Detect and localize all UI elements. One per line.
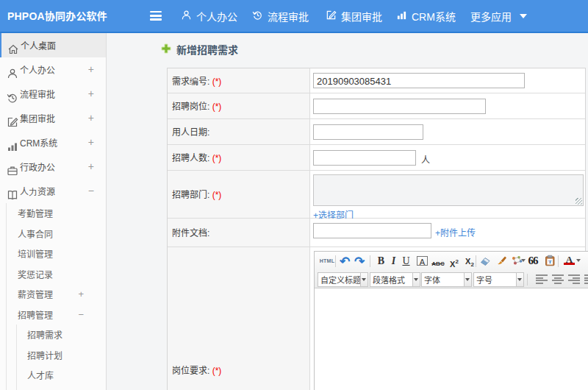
expand-plus-icon[interactable]: + [88, 155, 94, 179]
rich-text-editor: HTML ↶ ↷ B I U A ABC X2 X2 66 [314, 251, 588, 390]
app-logo: PHPOA协同办公软件 [7, 0, 107, 32]
paste-text-icon[interactable]: T [544, 255, 556, 267]
sidebar-item-admin-office[interactable]: 行政办公 + [0, 155, 106, 179]
sidebar-item-label: 招聘管理 [18, 305, 53, 325]
attachment-upload-link[interactable]: +附件上传 [435, 226, 476, 238]
sidebar-item-recruit-plan[interactable]: 招聘计划 [0, 345, 106, 366]
app-header: PHPOA协同办公软件 个人办公 流程审批 集团审批 CRM系统 更多应用 [0, 0, 588, 33]
strikethrough-button[interactable]: ABC [431, 257, 445, 269]
sidebar-item-salary[interactable]: 薪资管理 + [0, 284, 106, 305]
field-label: 招聘岗位: [172, 99, 209, 112]
redo-button[interactable]: ↷ [353, 255, 366, 267]
demand-code-input[interactable] [313, 73, 525, 88]
sidebar-item-rewards[interactable]: 奖惩记录 [0, 264, 106, 285]
sidebar-item-hr[interactable]: 人力资源 − [0, 179, 106, 203]
caret-down-icon[interactable] [464, 273, 471, 286]
font-family-select[interactable]: 字体 [421, 272, 472, 287]
count-unit-label: 人 [421, 153, 430, 166]
sidebar-submenu-hr: 考勤管理 人事合同 培训管理 奖惩记录 薪资管理 + 招聘管理 − 招聘需求 招… [0, 203, 106, 386]
editor-content-area[interactable] [315, 289, 588, 390]
align-right-icon[interactable] [568, 274, 580, 285]
font-color-button[interactable]: A [564, 255, 575, 265]
italic-button[interactable]: I [389, 255, 398, 267]
sidebar-item-label: 人事合同 [18, 224, 53, 244]
topnav-item-personal-office[interactable]: 个人办公 [181, 0, 237, 32]
menu-toggle-button[interactable] [150, 11, 162, 21]
field-label: 招聘人数: [172, 151, 209, 163]
topnav-item-label: 个人办公 [196, 9, 237, 24]
expand-plus-icon[interactable]: + [88, 82, 94, 106]
topnav-item-workflow[interactable]: 流程审批 [252, 0, 309, 32]
sidebar-item-label: 奖惩记录 [18, 264, 53, 285]
caret-down-icon[interactable] [576, 259, 581, 262]
sidebar-item-recruit-demand[interactable]: 招聘需求 [0, 325, 106, 345]
blockquote-button[interactable]: 66 [526, 255, 539, 267]
expand-plus-icon[interactable]: + [78, 284, 84, 305]
topnav-item-group-approval[interactable]: 集团审批 [326, 0, 382, 32]
sidebar-item-crm[interactable]: CRM系统 + [0, 130, 106, 155]
align-justify-icon[interactable] [584, 274, 588, 285]
expand-plus-icon[interactable]: + [88, 106, 94, 130]
sidebar-item-label: 集团审批 [20, 106, 55, 130]
align-left-icon[interactable] [536, 274, 548, 285]
recruit-post-input[interactable] [313, 99, 486, 114]
form-row-attachment: 附件文档: +附件上传 [168, 219, 585, 247]
hire-date-input[interactable] [313, 124, 423, 140]
recruit-dept-textarea[interactable] [313, 174, 584, 206]
eraser-icon[interactable] [479, 255, 492, 267]
toolbar-separator [558, 255, 559, 267]
sidebar-item-attendance[interactable]: 考勤管理 [0, 203, 106, 224]
subscript-button[interactable]: X2 [463, 255, 476, 267]
sidebar: 个人桌面 个人办公 + 流程审批 + 集团审批 + CRM系统 + 行政办公 +… [0, 33, 107, 390]
undo-button[interactable]: ↶ [338, 255, 351, 267]
font-size-select[interactable]: 字号 [473, 272, 524, 287]
required-marker: (*) [212, 99, 222, 112]
bold-button[interactable]: B [376, 255, 387, 267]
sidebar-item-group-approval[interactable]: 集团审批 + [0, 106, 106, 130]
form-row-dept: 招聘部门: (*) +选择部门 [168, 171, 585, 219]
topnav-item-label: CRM系统 [412, 9, 456, 24]
sidebar-item-workflow[interactable]: 流程审批 + [0, 82, 106, 106]
attachment-input[interactable] [313, 223, 431, 238]
topnav-item-more-apps[interactable]: 更多应用 [470, 0, 512, 32]
heading-style-select[interactable]: 自定义标题 [318, 272, 368, 287]
form-row-requirements: 岗位要求: (*) HTML ↶ ↷ B I U A ABC X2 X2 [168, 247, 585, 390]
caret-down-icon[interactable] [521, 259, 526, 262]
superscript-exp: 2 [455, 257, 458, 265]
sidebar-item-label: 个人桌面 [21, 33, 56, 57]
field-label: 岗位要求: [172, 364, 209, 376]
recruit-count-input[interactable] [313, 150, 416, 166]
topnav-item-crm[interactable]: CRM系统 [396, 0, 456, 32]
sidebar-item-talent-pool[interactable]: 人才库 [0, 365, 106, 386]
sidebar-item-recruit-mgmt[interactable]: 招聘管理 − [0, 305, 106, 325]
selected-value: 自定义标题 [320, 273, 361, 286]
caret-down-icon[interactable] [412, 273, 420, 286]
sidebar-item-label: 薪资管理 [18, 284, 53, 305]
page-title-text: 新增招聘需求 [176, 42, 238, 57]
char-border-button[interactable]: A [417, 256, 428, 266]
required-marker: (*) [212, 151, 222, 163]
align-center-icon[interactable] [552, 274, 564, 285]
collapse-minus-icon[interactable]: − [78, 305, 84, 325]
sidebar-item-hr-contract[interactable]: 人事合同 [0, 224, 106, 244]
caret-down-icon[interactable] [520, 14, 527, 18]
home-icon [7, 39, 19, 51]
paragraph-format-select[interactable]: 段落格式 [370, 272, 420, 287]
collapse-minus-icon[interactable]: − [88, 179, 94, 203]
main-content: 新增招聘需求 需求编号: (*) 招聘岗位: (*) 用人日期: 招聘人数: (… [107, 33, 588, 390]
person-icon [181, 9, 196, 24]
expand-plus-icon[interactable]: + [88, 57, 94, 82]
format-brush-icon[interactable] [495, 255, 508, 267]
sidebar-item-personal-desktop[interactable]: 个人桌面 [0, 33, 106, 57]
resize-grip-icon[interactable] [576, 198, 582, 205]
caret-down-icon[interactable] [516, 273, 523, 286]
sidebar-item-personal-office[interactable]: 个人办公 + [0, 57, 106, 82]
caret-down-icon[interactable] [360, 273, 368, 286]
underline-button[interactable]: U [401, 255, 412, 267]
sidebar-item-training[interactable]: 培训管理 [0, 244, 106, 264]
superscript-button[interactable]: X2 [448, 255, 461, 267]
expand-plus-icon[interactable]: + [88, 130, 94, 155]
topnav-item-label: 集团审批 [341, 9, 382, 24]
source-code-button[interactable]: HTML [318, 255, 336, 267]
field-label: 招聘部门: [172, 188, 209, 200]
